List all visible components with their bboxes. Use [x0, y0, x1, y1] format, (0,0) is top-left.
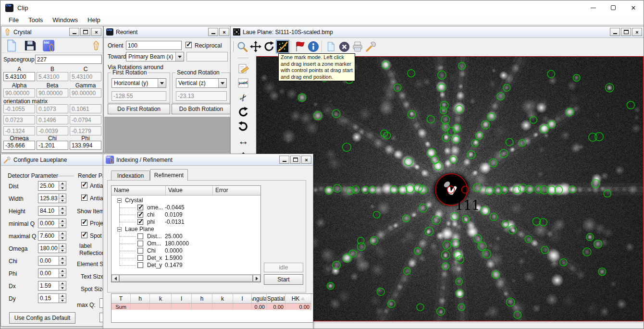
spin-arrows[interactable] [59, 194, 66, 203]
reorient-titlebar[interactable]: Clip Reorient × [104, 26, 231, 38]
dropdown-button[interactable] [218, 79, 226, 87]
spin-arrows[interactable] [59, 207, 66, 215]
menu-help[interactable]: Help [83, 16, 105, 24]
spin-arrows[interactable] [59, 281, 66, 290]
crystal-close-button[interactable]: × [91, 28, 101, 36]
measure-tool-icon[interactable] [236, 62, 250, 75]
crystal-maximize-button[interactable] [80, 28, 90, 36]
spin-arrows[interactable] [59, 256, 66, 265]
chi-input[interactable]: -1.201 [37, 141, 68, 150]
cell-a-input[interactable]: 5.43100 [3, 72, 35, 81]
flip-horizontal-icon[interactable]: ↔ [236, 134, 250, 147]
open-image-icon[interactable] [324, 40, 337, 53]
indexing-minimize-button[interactable] [279, 156, 289, 164]
configure-icon[interactable] [364, 40, 378, 53]
result-header-angular[interactable]: Angular [252, 294, 267, 304]
config-spin-chi[interactable]: 0.00 [38, 256, 66, 266]
config-spin-dist[interactable]: 25.00 [38, 181, 66, 191]
rotate-ccw-icon[interactable] [236, 120, 250, 133]
tree-item-checkbox[interactable] [137, 255, 143, 261]
menu-windows[interactable]: Windows [48, 16, 82, 24]
result-header-h[interactable]: h [131, 294, 150, 304]
orient-input[interactable]: 100 [126, 41, 182, 50]
result-header-l[interactable]: l [172, 294, 192, 304]
reorient-minimize-button[interactable] [208, 28, 218, 36]
config-spin-phi[interactable]: 0.00 [38, 268, 66, 278]
result-header-l[interactable]: l [233, 294, 252, 304]
laue-maximize-button[interactable] [621, 28, 631, 36]
result-header-spatial[interactable]: Spatial [267, 294, 285, 304]
indexing-close-button[interactable]: × [301, 156, 311, 164]
tab-refinement[interactable]: Refinement [150, 169, 188, 181]
flag-marker-icon[interactable] [293, 40, 307, 53]
antialias-checkbox[interactable] [81, 182, 87, 188]
plot-tool-icon[interactable] [236, 76, 250, 90]
rotate-cw-icon[interactable] [236, 105, 250, 119]
tree-item-checkbox[interactable] [137, 233, 143, 239]
laue-minimize-button[interactable] [610, 28, 620, 36]
second-rotation-axis-dropdown[interactable]: Vertical (z) [176, 78, 227, 88]
main-close-button[interactable]: ✕ [623, 0, 644, 15]
result-header-k[interactable]: k [212, 294, 233, 304]
use-config-default-button[interactable]: Use Config as Default [9, 312, 75, 324]
config-spin-dx[interactable]: 1.59 [38, 281, 66, 291]
tree-item-checkbox[interactable] [137, 219, 143, 225]
tree-item-checkbox[interactable] [137, 262, 143, 268]
tree-expander[interactable] [117, 198, 122, 203]
config-spin-height[interactable]: 84.10 [38, 206, 66, 216]
tree-item-checkbox[interactable] [137, 241, 143, 246]
scroll-left-button[interactable] [111, 275, 119, 282]
crystal-minimize-button[interactable] [69, 28, 79, 36]
menu-file[interactable]: File [4, 16, 23, 24]
tree-item-checkbox[interactable] [137, 205, 143, 210]
tree-expander[interactable] [117, 227, 122, 232]
first-rotation-axis-dropdown[interactable]: Horizontal (y) [111, 78, 166, 88]
config-spin-minimal-q[interactable]: 0.000 [38, 219, 66, 228]
tree-header-error[interactable]: Error [213, 186, 260, 195]
main-maximize-button[interactable] [603, 0, 623, 15]
tree-header-name[interactable]: Name [111, 186, 166, 195]
config-spin-maximal-q[interactable]: 7.600 [38, 231, 66, 241]
config-spin-omega[interactable]: 180.00 [38, 244, 66, 253]
tree-header-value[interactable]: Value [166, 186, 213, 195]
crop-scissors-icon[interactable]: ✂ [234, 88, 253, 107]
spot-checkbox[interactable] [81, 232, 87, 238]
tab-indexation[interactable]: Indexation [111, 171, 150, 181]
do-first-rotation-button[interactable]: Do First Rotation [108, 104, 170, 114]
config-spin-width[interactable]: 125.83 [38, 194, 66, 203]
main-minimize-button[interactable] [583, 0, 603, 15]
scroll-right-button[interactable] [253, 275, 260, 282]
result-header-h[interactable]: h [192, 294, 212, 304]
phi-input[interactable]: 133.994 [70, 141, 101, 150]
rotate-tool-icon[interactable] [262, 40, 276, 53]
laue-image-canvas[interactable] [257, 57, 643, 321]
result-header-t[interactable]: T [111, 294, 131, 304]
laue-titlebar[interactable]: Laue Plane: SI111-10S-scaled.bmp × [231, 26, 644, 38]
spin-arrows[interactable] [59, 244, 66, 253]
toolbar-handle[interactable] [238, 57, 248, 58]
towards-dropdown[interactable]: Primary Beam (x) [126, 52, 184, 61]
reorient-close-button[interactable]: × [219, 28, 229, 36]
spin-arrows[interactable] [59, 232, 66, 240]
hkl-indexing-icon[interactable]: hkl [43, 40, 54, 51]
open-file-icon[interactable] [4, 39, 18, 52]
spacegroup-input[interactable]: 227 [35, 55, 102, 64]
crystal-titlebar[interactable]: Crystal × [1, 26, 103, 38]
toolbar-handle[interactable] [232, 41, 234, 52]
configure-titlebar[interactable]: Configure Laueplane [1, 154, 103, 166]
dropdown-button[interactable] [175, 52, 184, 61]
pan-tool-icon[interactable] [249, 40, 262, 53]
result-header-hk[interactable]: HK [285, 294, 311, 304]
tree-item-checkbox[interactable] [137, 212, 143, 218]
tree-item-checkbox[interactable] [137, 248, 143, 254]
print-icon[interactable] [351, 40, 364, 53]
zoom-tool-icon[interactable] [235, 40, 249, 53]
spin-arrows[interactable] [59, 269, 66, 278]
start-button[interactable]: Start [264, 274, 303, 285]
scrollbar-thumb[interactable] [119, 275, 253, 282]
close-image-icon[interactable] [337, 40, 351, 53]
spin-arrows[interactable] [59, 294, 66, 303]
do-both-rotation-button[interactable]: Do Both Rotation [172, 104, 231, 114]
antialias-text-checkbox[interactable] [81, 195, 87, 201]
config-spin-dy[interactable]: 0.15 [38, 293, 66, 303]
